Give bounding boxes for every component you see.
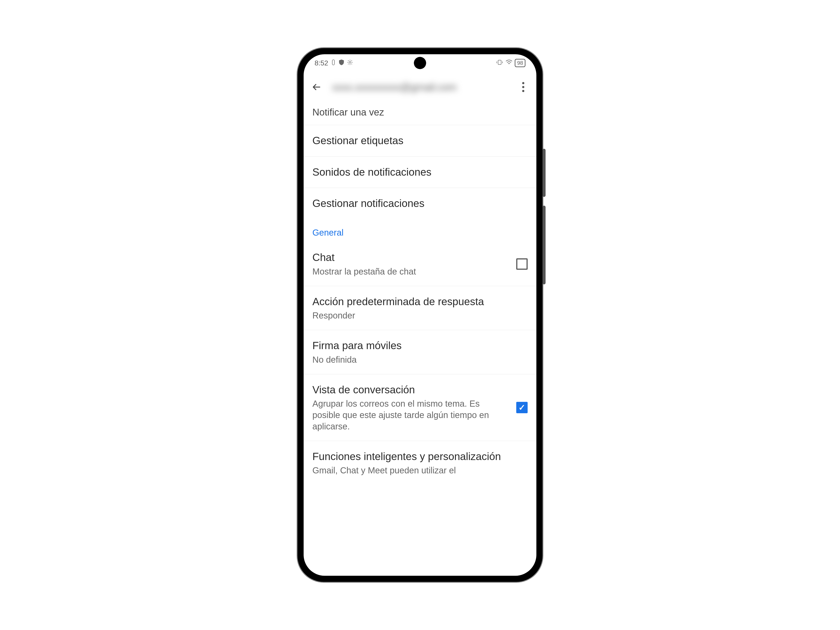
setting-manage-notifications[interactable]: Gestionar notificaciones — [304, 188, 536, 219]
setting-label: Funciones inteligentes y personalización — [313, 450, 521, 463]
settings-list: Notificar una vez Gestionar etiquetas So… — [304, 103, 536, 485]
setting-label: Firma para móviles — [313, 339, 521, 352]
chat-checkbox[interactable] — [516, 258, 527, 270]
setting-label: Chat — [313, 251, 510, 264]
setting-label: Gestionar etiquetas — [313, 134, 521, 147]
battery-indicator: 98 — [515, 59, 526, 67]
check-icon: ✓ — [518, 403, 526, 412]
setting-label: Vista de conversación — [313, 383, 510, 396]
status-left: 8:52 — [314, 59, 353, 67]
setting-sublabel: No definida — [313, 354, 521, 365]
setting-default-reply-action[interactable]: Acción predeterminada de respuesta Respo… — [304, 286, 536, 330]
setting-sublabel: Agrupar los correos con el mismo tema. E… — [313, 398, 510, 432]
app-bar: xxxx.xxxxxxxxx@gmail.com — [304, 72, 536, 103]
status-right: 98 — [496, 59, 526, 67]
setting-chat[interactable]: Chat Mostrar la pestaña de chat — [304, 242, 536, 286]
setting-sublabel: Gmail, Chat y Meet pueden utilizar el — [313, 465, 521, 476]
more-menu-button[interactable] — [517, 81, 530, 94]
svg-point-1 — [349, 62, 351, 63]
setting-label: Gestionar notificaciones — [313, 197, 521, 210]
setting-label: Sonidos de notificaciones — [313, 165, 521, 179]
status-time: 8:52 — [314, 59, 328, 67]
side-button — [543, 205, 546, 284]
mute-icon — [331, 59, 336, 67]
gear-icon — [347, 59, 353, 67]
back-button[interactable] — [310, 81, 323, 94]
setting-notification-sounds[interactable]: Sonidos de notificaciones — [304, 156, 536, 188]
conversation-checkbox[interactable]: ✓ — [516, 402, 527, 413]
setting-notify-once[interactable]: Notificar una vez — [304, 103, 536, 125]
battery-level: 98 — [517, 60, 523, 66]
phone-screen: 8:52 98 — [304, 54, 536, 576]
vibrate-icon — [496, 59, 503, 67]
setting-conversation-view[interactable]: Vista de conversación Agrupar los correo… — [304, 374, 536, 441]
setting-manage-labels[interactable]: Gestionar etiquetas — [304, 125, 536, 156]
camera-notch — [414, 57, 426, 69]
setting-label: Notificar una vez — [313, 106, 521, 118]
setting-mobile-signature[interactable]: Firma para móviles No definida — [304, 330, 536, 374]
section-header-general: General — [304, 219, 536, 242]
setting-smart-features[interactable]: Funciones inteligentes y personalización… — [304, 441, 536, 485]
setting-sublabel: Responder — [313, 310, 521, 321]
svg-rect-0 — [332, 60, 335, 65]
setting-label: Acción predeterminada de respuesta — [313, 295, 521, 308]
phone-frame: 8:52 98 — [297, 48, 543, 582]
setting-sublabel: Mostrar la pestaña de chat — [313, 266, 510, 277]
shield-icon — [339, 59, 344, 67]
side-button — [543, 149, 546, 197]
svg-rect-2 — [498, 60, 501, 65]
account-title-blurred: xxxx.xxxxxxxxx@gmail.com — [332, 81, 508, 93]
wifi-icon — [505, 60, 513, 67]
